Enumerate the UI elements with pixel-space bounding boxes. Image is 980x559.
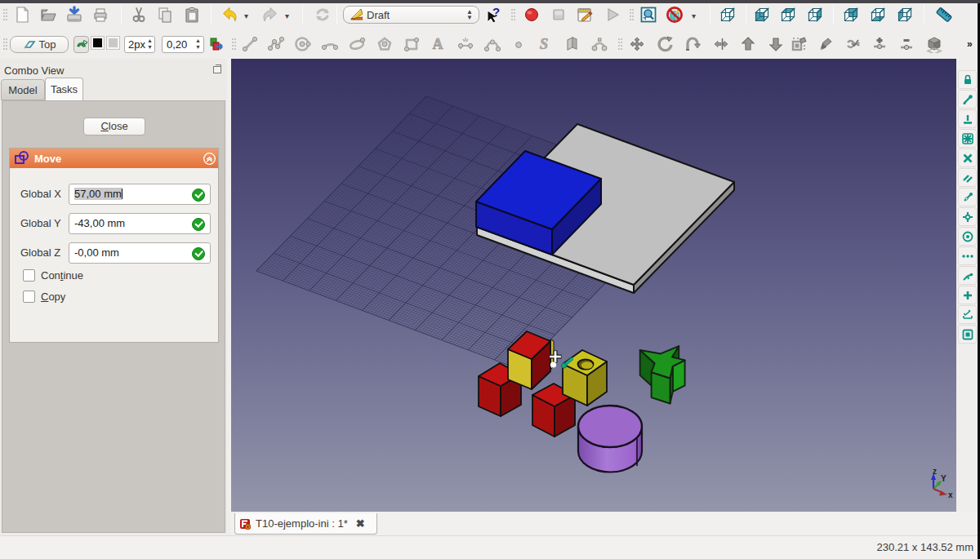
svg-text:Y: Y: [941, 474, 947, 483]
svg-text:S: S: [540, 35, 549, 52]
svg-text:z: z: [933, 467, 937, 476]
svg-text:?: ?: [492, 6, 500, 19]
svg-text:A: A: [433, 36, 443, 52]
svg-text:x: x: [948, 490, 953, 499]
